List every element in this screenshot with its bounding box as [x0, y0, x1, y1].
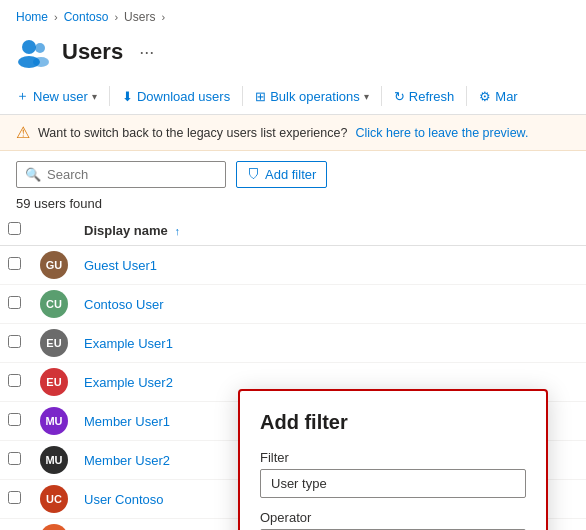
search-icon: 🔍 [25, 167, 41, 182]
page-header: Users ··· [0, 30, 586, 78]
user-link[interactable]: Example User2 [84, 375, 173, 390]
avatar-cell: UC [32, 480, 76, 519]
banner-link[interactable]: Click here to leave the preview. [355, 126, 528, 140]
breadcrumb-home[interactable]: Home [16, 10, 48, 24]
banner: ⚠ Want to switch back to the legacy user… [0, 115, 586, 151]
row-checkbox-cell[interactable] [0, 480, 32, 519]
search-row: 🔍 ⛉ Add filter [0, 151, 586, 194]
breadcrumb: Home › Contoso › Users › [0, 0, 586, 30]
user-link[interactable]: Member User2 [84, 453, 170, 468]
filter-field-input[interactable] [260, 469, 526, 498]
toolbar-sep3 [381, 86, 382, 106]
row-checkbox-cell[interactable] [0, 246, 32, 285]
avatar: MU [40, 446, 68, 474]
user-link[interactable]: Contoso User [84, 297, 163, 312]
table-row: CUContoso User [0, 285, 586, 324]
filter-icon: ⛉ [247, 167, 260, 182]
new-user-button[interactable]: ＋ New user ▾ [8, 82, 105, 110]
row-checkbox-cell[interactable] [0, 363, 32, 402]
row-checkbox[interactable] [8, 296, 21, 309]
user-extra-cell [522, 324, 586, 363]
download-icon: ⬇ [122, 89, 133, 104]
add-filter-panel: Add filter Filter Operator == != startsW… [238, 389, 548, 530]
operator-label: Operator [260, 510, 526, 525]
breadcrumb-sep2: › [114, 11, 118, 23]
user-link[interactable]: Example User1 [84, 336, 173, 351]
search-input[interactable] [47, 167, 217, 182]
breadcrumb-contoso[interactable]: Contoso [64, 10, 109, 24]
bulk-operations-button[interactable]: ⊞ Bulk operations ▾ [247, 84, 377, 109]
user-extra-cell [522, 285, 586, 324]
add-filter-label: Add filter [265, 167, 316, 182]
toolbar-sep1 [109, 86, 110, 106]
settings-more-label: Mar [495, 89, 517, 104]
table-avatar-header [32, 215, 76, 246]
more-options-button[interactable]: ··· [133, 40, 160, 65]
toolbar-sep2 [242, 86, 243, 106]
bulk-caret: ▾ [364, 91, 369, 102]
users-icon [16, 34, 52, 70]
avatar: GU [40, 251, 68, 279]
bulk-icon: ⊞ [255, 89, 266, 104]
page-title: Users [62, 39, 123, 65]
select-all-checkbox[interactable] [8, 222, 21, 235]
row-checkbox-cell[interactable] [0, 402, 32, 441]
user-link[interactable]: User Contoso [84, 492, 163, 507]
filter-field-label: Filter [260, 450, 526, 465]
avatar: EU [40, 329, 68, 357]
user-name-cell[interactable]: Example User1 [76, 324, 522, 363]
table-row: EUExample User1 [0, 324, 586, 363]
add-filter-button[interactable]: ⛉ Add filter [236, 161, 327, 188]
plus-icon: ＋ [16, 87, 29, 105]
user-link[interactable]: Guest User1 [84, 258, 157, 273]
row-checkbox[interactable] [8, 413, 21, 426]
user-extra-cell [522, 246, 586, 285]
avatar-cell: GU [32, 246, 76, 285]
avatar-cell: EU [32, 324, 76, 363]
breadcrumb-sep1: › [54, 11, 58, 23]
search-box[interactable]: 🔍 [16, 161, 226, 188]
row-checkbox-cell[interactable] [0, 324, 32, 363]
user-name-cell[interactable]: Guest User1 [76, 246, 522, 285]
download-users-button[interactable]: ⬇ Download users [114, 84, 238, 109]
download-users-label: Download users [137, 89, 230, 104]
filter-panel-title: Add filter [260, 411, 526, 434]
toolbar: ＋ New user ▾ ⬇ Download users ⊞ Bulk ope… [0, 78, 586, 115]
table-select-all[interactable] [0, 215, 32, 246]
avatar-cell: EU [32, 363, 76, 402]
table-extra-header [522, 215, 586, 246]
refresh-button[interactable]: ↻ Refresh [386, 84, 463, 109]
row-checkbox-cell[interactable] [0, 285, 32, 324]
svg-point-1 [35, 43, 45, 53]
user-name-cell[interactable]: Contoso User [76, 285, 522, 324]
row-checkbox[interactable] [8, 374, 21, 387]
warning-icon: ⚠ [16, 123, 30, 142]
user-link[interactable]: Member User1 [84, 414, 170, 429]
row-checkbox[interactable] [8, 491, 21, 504]
avatar-cell: MU [32, 402, 76, 441]
bulk-operations-label: Bulk operations [270, 89, 360, 104]
new-user-caret: ▾ [92, 91, 97, 102]
new-user-label: New user [33, 89, 88, 104]
sort-icon: ↑ [174, 225, 180, 237]
avatar-cell: CU [32, 285, 76, 324]
avatar: CU [40, 290, 68, 318]
toolbar-sep4 [466, 86, 467, 106]
avatar: MU [40, 407, 68, 435]
row-checkbox[interactable] [8, 257, 21, 270]
settings-button[interactable]: ⚙ Mar [471, 84, 525, 109]
avatar: UC [40, 524, 68, 530]
gear-icon: ⚙ [479, 89, 491, 104]
row-checkbox-cell[interactable] [0, 519, 32, 531]
row-checkbox[interactable] [8, 335, 21, 348]
row-checkbox[interactable] [8, 452, 21, 465]
avatar-cell: MU [32, 441, 76, 480]
avatar: UC [40, 485, 68, 513]
main-content: 🔍 ⛉ Add filter 59 users found Display na… [0, 151, 586, 530]
refresh-icon: ↻ [394, 89, 405, 104]
svg-point-0 [22, 40, 36, 54]
table-row: GUGuest User1 [0, 246, 586, 285]
row-checkbox-cell[interactable] [0, 441, 32, 480]
user-count: 59 users found [0, 194, 586, 215]
breadcrumb-sep3: › [161, 11, 165, 23]
